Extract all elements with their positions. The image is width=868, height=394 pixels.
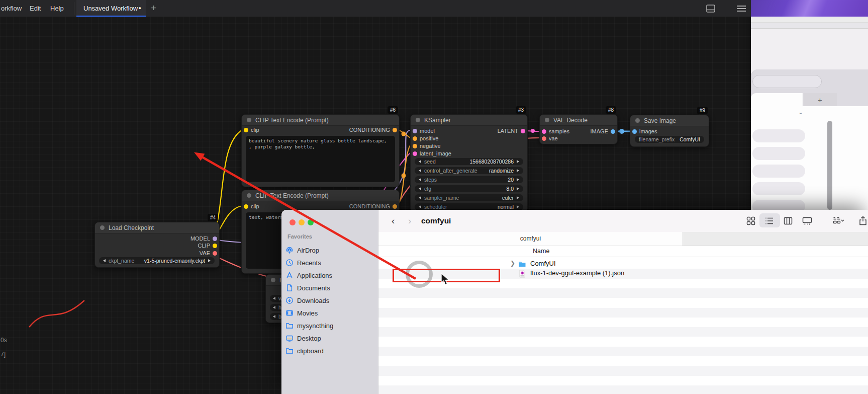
- slot-dot-icon[interactable]: [542, 136, 546, 141]
- finder-window[interactable]: Favorites AirDrop Recents Applications D…: [281, 210, 868, 394]
- node-header[interactable]: VAE Decode: [540, 115, 617, 126]
- column-header-name[interactable]: Name: [533, 248, 549, 255]
- sidebar-item-clipboard[interactable]: clipboard: [285, 345, 375, 356]
- node-header[interactable]: Save Image: [630, 115, 709, 126]
- chevron-down-icon[interactable]: ⌄: [798, 109, 803, 116]
- widget-ckpt-name[interactable]: ckpt_name v1-5-pruned-emaonly.ckpt: [99, 257, 215, 264]
- list-item-placeholder[interactable]: [752, 129, 805, 142]
- output-slot-vae[interactable]: VAE: [200, 250, 210, 257]
- slot-dot-icon[interactable]: [611, 129, 615, 134]
- decrement-arrow-icon[interactable]: [273, 297, 275, 300]
- node-header[interactable]: Load Checkpoint: [95, 222, 219, 233]
- node-vae-decode[interactable]: #8 VAE Decode samples IMAGE vae: [539, 114, 618, 144]
- list-item-placeholder[interactable]: [752, 165, 805, 178]
- menu-edit[interactable]: Edit: [30, 0, 41, 17]
- output-slot-conditioning[interactable]: CONDITIONING: [349, 127, 390, 133]
- output-slot-conditioning[interactable]: CONDITIONING: [349, 203, 390, 210]
- close-window-button[interactable]: [290, 219, 296, 225]
- slot-dot-icon[interactable]: [244, 204, 248, 209]
- menu-help[interactable]: Help: [50, 0, 64, 17]
- node-clip-text-encode-1[interactable]: #6 CLIP Text Encode (Prompt) clip CONDIT…: [241, 114, 400, 187]
- decrement-arrow-icon[interactable]: [419, 205, 421, 208]
- decrement-arrow-icon[interactable]: [419, 178, 421, 181]
- sidebar-item-movies[interactable]: Movies: [285, 307, 375, 319]
- slot-dot-icon[interactable]: [213, 244, 217, 248]
- slot-dot-icon[interactable]: [413, 151, 417, 156]
- input-slot-samples[interactable]: samples: [549, 128, 569, 135]
- prompt-textarea[interactable]: beautiful scenery nature glass bottle la…: [246, 136, 395, 182]
- collapse-dot-icon[interactable]: [416, 118, 420, 122]
- output-slot-image[interactable]: IMAGE: [591, 128, 608, 135]
- node-header[interactable]: Em: [266, 275, 282, 286]
- input-slot-latent-image[interactable]: latent_image: [420, 150, 451, 157]
- node-header[interactable]: KSampler: [411, 115, 527, 126]
- collapse-dot-icon[interactable]: [100, 225, 105, 230]
- decrement-arrow-icon[interactable]: [419, 160, 421, 163]
- gallery-view-button[interactable]: [802, 216, 813, 227]
- decrement-arrow-icon[interactable]: [419, 169, 421, 172]
- bottom-panel-toggle-icon[interactable]: [706, 4, 716, 15]
- collapse-dot-icon[interactable]: [271, 278, 275, 282]
- input-slot-vae[interactable]: vae: [549, 135, 558, 142]
- image-preview-corner[interactable]: [751, 0, 868, 17]
- increment-arrow-icon[interactable]: [517, 187, 519, 190]
- list-item-placeholder[interactable]: [752, 182, 805, 195]
- zoom-window-button[interactable]: [308, 219, 314, 225]
- widget-seed[interactable]: seed 156680208700286: [415, 158, 523, 165]
- tab-unsaved-workflow[interactable]: Unsaved Workflow ●: [76, 0, 146, 17]
- sidebar-item-applications[interactable]: Applications: [285, 270, 375, 281]
- collapse-dot-icon[interactable]: [635, 118, 640, 123]
- slot-dot-icon[interactable]: [632, 129, 637, 134]
- collapse-dot-icon[interactable]: [545, 118, 549, 122]
- widget-cfg[interactable]: cfg 8.0: [415, 185, 523, 192]
- input-slot-negative[interactable]: negative: [420, 143, 441, 149]
- sidebar-item-downloads[interactable]: Downloads: [285, 295, 375, 306]
- increment-arrow-icon[interactable]: [208, 259, 211, 262]
- node-save-image[interactable]: #9 Save Image images filename_prefix Com…: [630, 115, 709, 147]
- slot-dot-icon[interactable]: [413, 129, 417, 133]
- output-slot-clip[interactable]: CLIP: [198, 243, 210, 249]
- increment-arrow-icon[interactable]: [517, 178, 519, 181]
- node-header[interactable]: CLIP Text Encode (Prompt): [242, 115, 399, 126]
- widget-control-after-generate[interactable]: control_after_generate randomize: [415, 167, 523, 174]
- collapse-dot-icon[interactable]: [247, 193, 251, 198]
- slot-dot-icon[interactable]: [413, 136, 417, 141]
- widget-width-partial[interactable]: wi: [270, 295, 282, 302]
- input-slot-model[interactable]: model: [420, 128, 435, 134]
- browser-tab-partial[interactable]: [751, 93, 803, 106]
- menu-workflow[interactable]: orkflow: [1, 0, 22, 17]
- node-ksampler[interactable]: #3 KSampler model LATENT positive negati…: [410, 114, 528, 212]
- slot-dot-icon[interactable]: [393, 204, 397, 209]
- column-view-button[interactable]: [783, 216, 793, 227]
- icon-view-button[interactable]: [746, 216, 756, 227]
- slot-dot-icon[interactable]: [213, 251, 217, 256]
- address-field-partial[interactable]: [752, 75, 822, 88]
- sidebar-item-recents[interactable]: Recents: [285, 257, 375, 268]
- slot-dot-icon[interactable]: [244, 128, 248, 132]
- collapse-dot-icon[interactable]: [247, 118, 251, 122]
- output-slot-latent[interactable]: LATENT: [498, 128, 518, 134]
- decrement-arrow-icon[interactable]: [273, 306, 275, 309]
- file-name[interactable]: flux-1-dev-gguf-example (1).json: [530, 269, 624, 277]
- input-slot-clip[interactable]: clip: [251, 127, 259, 133]
- node-empty-latent-partial[interactable]: Em wi he ba: [265, 274, 283, 323]
- input-slot-positive[interactable]: positive: [420, 135, 438, 142]
- output-slot-model[interactable]: MODEL: [190, 235, 210, 242]
- decrement-arrow-icon[interactable]: [419, 187, 421, 190]
- increment-arrow-icon[interactable]: [517, 160, 519, 163]
- decrement-arrow-icon[interactable]: [273, 315, 275, 318]
- increment-arrow-icon[interactable]: [517, 196, 519, 199]
- node-header[interactable]: CLIP Text Encode (Prompt): [242, 190, 399, 201]
- widget-sampler-name[interactable]: sampler_name euler: [415, 194, 523, 201]
- disclosure-chevron-icon[interactable]: ❯: [510, 260, 515, 267]
- widget-height-partial[interactable]: he: [270, 304, 282, 311]
- share-icon[interactable]: [858, 216, 867, 227]
- widget-steps[interactable]: steps 20: [415, 176, 523, 183]
- group-by-button[interactable]: [832, 216, 844, 227]
- back-button[interactable]: ‹: [392, 215, 395, 226]
- sidebar-item-mysyncthing[interactable]: mysyncthing: [285, 320, 375, 331]
- forward-button[interactable]: ›: [408, 215, 411, 226]
- list-item-placeholder[interactable]: [752, 147, 805, 160]
- node-load-checkpoint[interactable]: #4 Load Checkpoint MODEL CLIP VAE ckpt_n…: [94, 222, 220, 268]
- slot-dot-icon[interactable]: [213, 237, 217, 241]
